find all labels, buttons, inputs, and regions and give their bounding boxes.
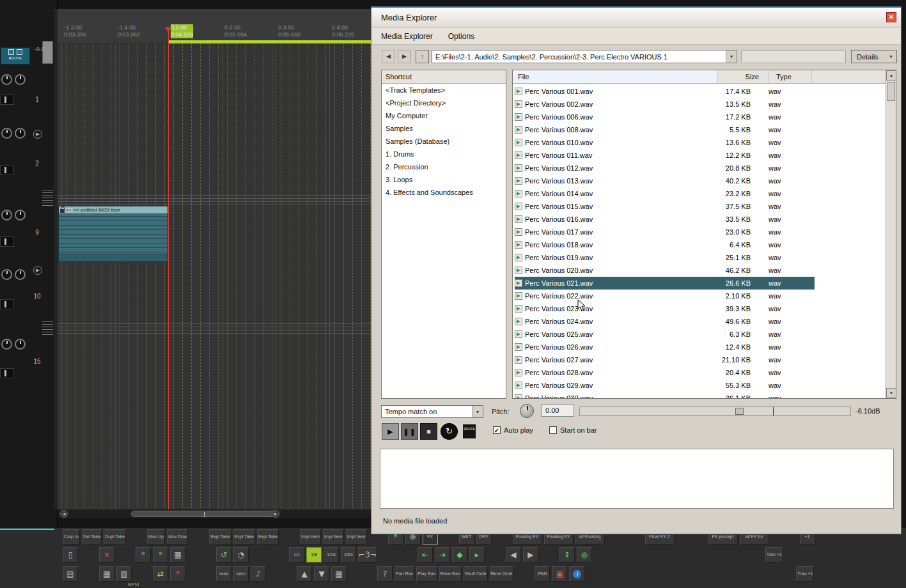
- down-arrow-button[interactable]: ▼: [314, 566, 329, 582]
- star-icon-button[interactable]: *: [153, 547, 168, 562]
- close-button[interactable]: ✕: [886, 12, 896, 22]
- auto-play-checkbox[interactable]: ✓: [493, 426, 501, 434]
- Perc Various 008.wav[interactable]: Perc Various 008.wav 5.5 KB wav: [515, 123, 815, 136]
- volume-fader[interactable]: [0, 236, 14, 247]
- duplicate-take-button[interactable]: Dupl Take: [104, 529, 126, 545]
- grid-1-8-button[interactable]: 1/8: [306, 547, 322, 562]
- scroll-left-button[interactable]: ◀: [60, 510, 68, 518]
- Perc Various 016.wav[interactable]: Perc Various 016.wav 33.5 KB wav: [515, 213, 815, 226]
- loop-button[interactable]: ↻: [441, 423, 458, 440]
- folder-up-button[interactable]: ↑: [416, 50, 429, 63]
- volume-fader[interactable]: [0, 165, 14, 175]
- explode-take-button[interactable]: Expl Take: [257, 529, 279, 545]
- width-knob[interactable]: [15, 74, 26, 85]
- scrollbar-thumb[interactable]: [887, 82, 895, 101]
- record-arm-button[interactable]: ▶: [33, 266, 42, 275]
- ruler-label[interactable]: -1.3.00 0:03.396: [64, 24, 86, 38]
- volume-fader[interactable]: [0, 95, 14, 105]
- Perc Various 021.wav[interactable]: Perc Various 021.wav 26.6 KB wav: [515, 277, 815, 290]
- swap-icon-button[interactable]: ⇄: [153, 566, 168, 582]
- horizontal-scrollbar[interactable]: ◀ ▶: [58, 509, 371, 518]
- menu-media-explorer[interactable]: Media Explorer: [381, 32, 433, 41]
- width-knob[interactable]: [15, 339, 26, 350]
- pause-button[interactable]: ❚❚: [401, 423, 418, 440]
- column-header-size[interactable]: Size: [717, 70, 769, 83]
- star-icon-button[interactable]: *: [170, 566, 185, 582]
- Perc Various 026.wav[interactable]: Perc Various 026.wav 12.4 KB wav: [515, 341, 815, 353]
- volume-fader[interactable]: [0, 299, 14, 309]
- Perc Various 020.wav[interactable]: Perc Various 020.wav 46.2 KB wav: [515, 264, 815, 277]
- arrange-area[interactable]: FX << untitled MIDI item: [58, 43, 371, 509]
- Perc Various 013.wav[interactable]: Perc Various 013.wav 40.2 KB wav: [515, 174, 815, 187]
- note-icon-button[interactable]: ♪: [251, 566, 266, 582]
- timeline-ruler[interactable]: -1.3.00 0:03.396 -1.4.00 0:03.962 0.1.00…: [58, 9, 371, 43]
- width-knob[interactable]: [15, 210, 26, 220]
- file-list-scrollbar[interactable]: ▲ ▼: [886, 70, 896, 398]
- Perc Various 012.wav[interactable]: Perc Various 012.wav 20.8 KB wav: [515, 162, 815, 174]
- shortcut-item[interactable]: Samples (Database): [382, 135, 506, 148]
- time-selection-bar[interactable]: [168, 40, 371, 43]
- route-panel[interactable]: ROUTE: [1, 47, 30, 65]
- Perc Various 029.wav[interactable]: Perc Various 029.wav 55.3 KB wav: [515, 379, 815, 392]
- nudge-right-icon-button[interactable]: ⇥: [435, 547, 450, 562]
- route-button[interactable]: ROUTE: [463, 424, 476, 438]
- next-icon-button[interactable]: ▶: [523, 547, 538, 562]
- Perc Various 010.wav[interactable]: Perc Various 010.wav 13.6 KB wav: [515, 136, 815, 149]
- scrollbar-thumb[interactable]: [131, 511, 275, 517]
- updown-icon-button[interactable]: ↕: [559, 547, 575, 562]
- crop-to-button[interactable]: Crop to: [63, 529, 80, 545]
- move-up-button[interactable]: Mov Up: [147, 529, 165, 545]
- width-knob[interactable]: [15, 128, 26, 139]
- Perc Various 011.wav[interactable]: Perc Various 011.wav 12.2 KB wav: [515, 149, 815, 162]
- Perc Various 015.wav[interactable]: Perc Various 015.wav 37.5 KB wav: [515, 200, 815, 213]
- ruler-label[interactable]: 0.4.00 0:06.226: [332, 24, 354, 38]
- shortcut-column-header[interactable]: Shortcut: [382, 70, 506, 84]
- loop-icon-button[interactable]: ↺: [216, 547, 231, 562]
- shortcut-item[interactable]: 1. Drums: [382, 148, 506, 160]
- matrix-icon-button[interactable]: ▦: [99, 566, 114, 582]
- implode-item-button[interactable]: Impl Item: [346, 529, 367, 545]
- Perc Various 027.wav[interactable]: Perc Various 027.wav 21.10 KB wav: [515, 353, 815, 366]
- grid-icon-button[interactable]: ▦: [170, 547, 185, 562]
- delete-take-button[interactable]: Del Take: [82, 529, 102, 545]
- shortcut-item[interactable]: 2. Percussion: [382, 160, 506, 173]
- diamond-icon-button[interactable]: ◆: [452, 547, 467, 562]
- transpose-up-button[interactable]: Tran +1: [765, 547, 783, 562]
- explode-take-button[interactable]: Expl Take: [209, 529, 231, 545]
- piano-icon-button[interactable]: ▦: [331, 566, 347, 582]
- width-knob[interactable]: [15, 269, 26, 280]
- shortcut-item[interactable]: My Computer: [382, 109, 506, 122]
- shortcut-item[interactable]: <Project Directory>: [382, 97, 506, 109]
- keyboard-icon-button[interactable]: ▤: [63, 566, 78, 582]
- shuffle-order-button[interactable]: Shuff Orde: [464, 566, 488, 582]
- ruler-label[interactable]: -1.4.00 0:03.962: [118, 24, 140, 38]
- volume-slider[interactable]: [579, 406, 851, 416]
- info-icon-button[interactable]: i: [569, 566, 584, 582]
- record-arm-button[interactable]: ▶: [33, 130, 42, 139]
- volume-fader[interactable]: [0, 368, 14, 378]
- play-cursor-icon-button[interactable]: ▸: [469, 547, 485, 562]
- details-dropdown[interactable]: Details ▼: [851, 50, 897, 63]
- midi-item-header[interactable]: FX << untitled MIDI item: [59, 206, 168, 214]
- menu-options[interactable]: Options: [448, 32, 474, 41]
- Perc Various 001.wav[interactable]: Perc Various 001.wav 17.4 KB wav: [515, 85, 815, 98]
- tempo-match-dropdown[interactable]: Tempo match on ▼: [381, 405, 483, 418]
- nav-back-button[interactable]: ◀: [382, 50, 395, 63]
- stop-button[interactable]: ■: [420, 423, 437, 440]
- grid-1-1-button[interactable]: 1/1: [289, 547, 304, 562]
- up-arrow-button[interactable]: ▲: [297, 566, 312, 582]
- shortcut-item[interactable]: Samples: [382, 122, 506, 135]
- delete-icon-button[interactable]: ×: [99, 547, 114, 562]
- explode-take-button[interactable]: Expl Take: [233, 529, 255, 545]
- pan-knob[interactable]: [1, 74, 12, 85]
- Perc Various 006.wav[interactable]: Perc Various 006.wav 17.2 KB wav: [515, 111, 815, 123]
- star-icon-button[interactable]: *: [136, 547, 151, 562]
- grid-1-16-button[interactable]: 1/16: [324, 547, 339, 562]
- pan-knob[interactable]: [1, 128, 12, 139]
- shortcut-item[interactable]: 3. Loops: [382, 173, 506, 186]
- Perc Various 002.wav[interactable]: Perc Various 002.wav 13.5 KB wav: [515, 98, 815, 111]
- column-header-file[interactable]: File: [513, 70, 717, 83]
- Perc Various 028.wav[interactable]: Perc Various 028.wav 20.4 KB wav: [515, 366, 815, 379]
- pan-knob[interactable]: [1, 269, 12, 280]
- triplet-button[interactable]: ⌐3¬: [358, 547, 377, 562]
